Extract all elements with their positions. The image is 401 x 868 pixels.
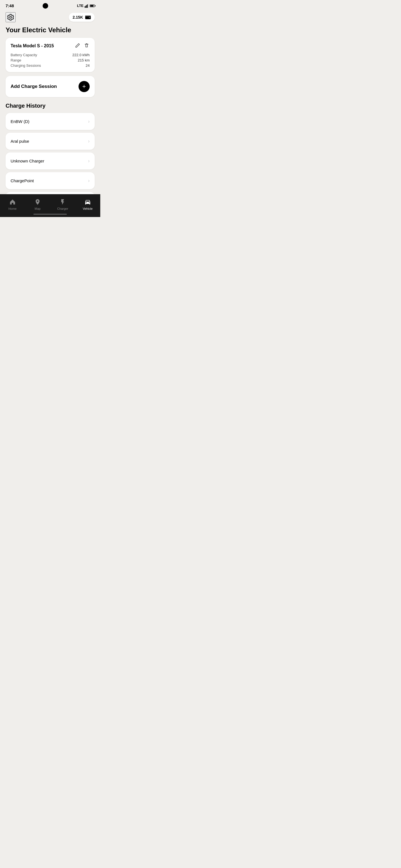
nav-charger[interactable]: Charger (50, 197, 75, 211)
plus-icon: + (82, 84, 86, 90)
nav-vehicle[interactable]: Vehicle (75, 197, 100, 211)
history-item-3[interactable]: ChargePoint › (6, 172, 95, 189)
vehicle-actions (75, 42, 90, 50)
battery-value: 222.0 kWh (73, 53, 90, 57)
chevron-right-icon-0: › (88, 119, 90, 124)
sessions-value: 24 (86, 63, 90, 68)
svg-marker-0 (85, 6, 85, 8)
add-session-label: Add Charge Session (10, 84, 57, 89)
map-nav-icon (34, 198, 41, 206)
charger-nav-icon (59, 198, 66, 206)
chevron-right-icon-1: › (88, 138, 90, 144)
history-item-name-2: Unknown Charger (10, 159, 44, 163)
battery-row: Battery Capacity 222.0 kWh (10, 53, 90, 57)
nav-charger-label: Charger (57, 207, 68, 210)
wallet-icon (85, 15, 91, 20)
status-bar: 7:48 LTE (0, 0, 100, 10)
add-session-button[interactable]: + (79, 81, 90, 92)
network-label: LTE (77, 4, 84, 8)
wallet-amount: 2.15K (73, 15, 83, 20)
vehicle-details: Battery Capacity 222.0 kWh Range 215 km … (10, 53, 90, 68)
range-row: Range 215 km (10, 58, 90, 62)
status-indicators: LTE (77, 4, 95, 8)
svg-rect-5 (85, 16, 91, 17)
vehicle-name: Tesla Model S - 2015 (10, 43, 54, 49)
edit-icon[interactable] (75, 42, 81, 50)
history-item-name-3: ChargePoint (10, 178, 34, 183)
svg-marker-1 (86, 5, 87, 8)
history-item-0[interactable]: EnBW (D) › (6, 113, 95, 130)
nav-map-label: Map (34, 207, 40, 210)
charge-history-list: EnBW (D) › Aral pulse › Unknown Charger … (6, 113, 95, 199)
range-label: Range (10, 58, 21, 62)
page-title: Your Electric Vehicle (6, 26, 95, 34)
main-content: Your Electric Vehicle Tesla Model S - 20… (0, 25, 100, 199)
delete-icon[interactable] (84, 42, 90, 50)
nav-vehicle-label: Vehicle (83, 207, 92, 210)
vehicle-nav-icon (84, 198, 92, 206)
wallet-button[interactable]: 2.15K (69, 13, 95, 22)
history-item-1[interactable]: Aral pulse › (6, 133, 95, 150)
battery-icon (90, 4, 95, 7)
status-time: 7:48 (6, 3, 14, 8)
add-session-card[interactable]: Add Charge Session + (6, 76, 95, 97)
vehicle-card: Tesla Model S - 2015 Battery Capacity 22… (6, 38, 95, 72)
home-indicator (33, 214, 67, 215)
battery-label: Battery Capacity (10, 53, 37, 57)
chevron-right-icon-2: › (88, 158, 90, 164)
bottom-nav: Home Map Charger Vehicle (0, 194, 100, 217)
vehicle-card-header: Tesla Model S - 2015 (10, 42, 90, 50)
svg-marker-2 (87, 4, 88, 8)
svg-marker-3 (88, 4, 89, 8)
history-item-2[interactable]: Unknown Charger › (6, 152, 95, 169)
sessions-row: Charging Sessions 24 (10, 63, 90, 68)
charge-history-title: Charge History (6, 103, 95, 109)
home-nav-icon (9, 198, 17, 206)
settings-button[interactable] (6, 12, 16, 22)
nav-home[interactable]: Home (0, 197, 25, 211)
range-value: 215 km (78, 58, 90, 62)
svg-rect-6 (89, 17, 90, 18)
history-item-name-0: EnBW (D) (10, 119, 30, 124)
chevron-right-icon-3: › (88, 178, 90, 184)
signal-icon (85, 4, 89, 8)
sessions-label: Charging Sessions (10, 63, 41, 68)
nav-map[interactable]: Map (25, 197, 50, 211)
app-header: 2.15K (0, 10, 100, 25)
history-item-name-1: Aral pulse (10, 139, 29, 144)
camera-notch (42, 3, 48, 9)
nav-home-label: Home (8, 207, 17, 210)
gear-icon (7, 13, 14, 21)
